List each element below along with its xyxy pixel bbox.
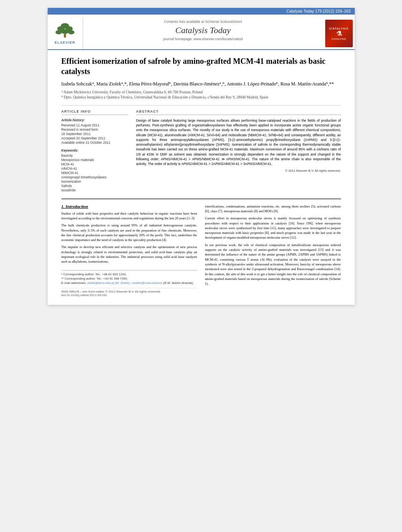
- received-revised-entry: Received in revised form: [61, 128, 128, 132]
- svg-rect-6: [64, 34, 66, 37]
- journal-title: Catalysis Today: [87, 25, 319, 35]
- svg-point-3: [56, 30, 62, 35]
- svg-point-5: [61, 29, 69, 34]
- article-title: Efficient isomerization of safrole by am…: [61, 56, 341, 76]
- email-2: rmartin@ccia.uned.es: [132, 281, 162, 285]
- keywords-label: Keywords:: [61, 148, 128, 152]
- authors-list: Izabela Sobczakᵃ, Maria Ziolekᵃ,*, Elena…: [61, 80, 341, 87]
- journal-center-section: Contents lists available at SciVerse Sci…: [83, 18, 323, 49]
- accepted-entry: Accepted 20 September 2011: [61, 136, 128, 140]
- header-divider: [61, 105, 341, 106]
- keyword-5: NbMCM-41: [61, 171, 128, 175]
- keyword-7: Isomerization: [61, 180, 128, 184]
- affiliations: ᵃ Adam Mickiewicz University, Faculty of…: [61, 90, 341, 100]
- elsevier-tree-icon: [53, 22, 77, 38]
- svg-point-4: [68, 30, 74, 35]
- badge-main-icon: ⚗: [336, 31, 342, 37]
- footnote-corresponding-1: * Corresponding author. Tel.: +48 61 829…: [61, 272, 197, 276]
- body-right-para-2: Current effort in mesoporous molecular s…: [205, 216, 341, 240]
- catalysis-badge-section: iCATALYSIS ⚗ CATALYSIS: [323, 18, 355, 49]
- keyword-1: Basicity: [61, 154, 128, 158]
- revised-date-entry: 18 September 2011: [61, 132, 128, 136]
- article-history: Article history: Received 11 August 2011…: [61, 118, 128, 145]
- keyword-6: Aminopropyl trimethoxysilanes: [61, 175, 128, 179]
- info-abstract-section: ARTICLE INFO Article history: Received 1…: [61, 109, 341, 193]
- keyword-2: Mesoporous materials: [61, 158, 128, 162]
- elsevier-logo-section: ELSEVIER: [48, 18, 83, 49]
- article-info-header: ARTICLE INFO: [61, 109, 128, 115]
- received-entry: Received 11 August 2011: [61, 123, 128, 127]
- available-entry: Available online 21 October 2011: [61, 141, 128, 145]
- footer-section: 0920-5861/$ – see front matter © 2011 El…: [61, 288, 197, 297]
- badge-top-text: iCATALYSIS: [329, 27, 349, 30]
- email-3: (R.M. Martín-Aranda).: [163, 281, 194, 285]
- article-content: Efficient isomerization of safrole by am…: [48, 50, 355, 305]
- abstract-header: ABSTRACT: [136, 109, 341, 115]
- keyword-9: Isosafrole: [61, 188, 128, 192]
- copyright-notice: © 2011 Elsevier B.V. All rights reserved…: [136, 169, 341, 172]
- keyword-8: Safrole: [61, 184, 128, 188]
- affiliation-b: ᵇ Dpto. Química Inorgánica y Química Téc…: [61, 95, 341, 100]
- body-section: 1. Introduction Studies of solids with b…: [61, 204, 341, 297]
- keyword-4: AlMCM-41: [61, 167, 128, 171]
- body-divider: [61, 198, 341, 199]
- authors-text: Izabela Sobczakᵃ, Maria Ziolekᵃ,*, Elena…: [61, 81, 334, 87]
- footnote-emails: E-mail addresses: ziolek@amu.edu.pl (M. …: [61, 281, 197, 285]
- article-info-column: ARTICLE INFO Article history: Received 1…: [61, 109, 128, 193]
- journal-homepage: journal homepage: www.elsevier.com/locat…: [87, 37, 319, 41]
- intro-para-3: The impulse to develop new efficient and…: [61, 245, 197, 264]
- email-label: E-mail addresses:: [61, 281, 87, 285]
- footnotes-section: * Corresponding author. Tel.: +48 61 829…: [61, 270, 197, 285]
- sciverse-text: Contents lists available at SciVerse Sci…: [87, 20, 319, 24]
- journal-page: Catalysis Today 179 (2012) 159–163 ELSEV…: [48, 8, 355, 305]
- affiliation-a: ᵃ Adam Mickiewicz University, Faculty of…: [61, 90, 341, 95]
- abstract-text: Design of base catalyst featuring large …: [136, 118, 341, 167]
- keywords-section: Keywords: Basicity Mesoporous materials …: [61, 148, 128, 192]
- keyword-3: MCM-41: [61, 162, 128, 166]
- body-right-para-1: esterifications, condensations, aminatio…: [205, 204, 341, 214]
- history-label: Article history:: [61, 118, 128, 122]
- catalysis-journal-badge: iCATALYSIS ⚗ CATALYSIS: [325, 20, 353, 47]
- introduction-title: 1. Introduction: [61, 204, 197, 209]
- intro-para-1: Studies of solids with base properties a…: [61, 211, 197, 221]
- abstract-column: ABSTRACT Design of base catalyst featuri…: [136, 109, 341, 193]
- badge-sub-text: CATALYSIS: [332, 38, 346, 40]
- footnote-corresponding-2: ** Corresponding author. Tel.: +34 91 39…: [61, 277, 197, 280]
- journal-header: ELSEVIER Contents lists available at Sci…: [48, 15, 355, 50]
- intro-para-2: The bulk chemicals production is using a…: [61, 223, 197, 242]
- elsevier-label: ELSEVIER: [53, 41, 77, 44]
- body-right-para-3: In our previous work, the role of chemic…: [205, 243, 341, 286]
- body-left-column: 1. Introduction Studies of solids with b…: [61, 204, 197, 297]
- footer-issn: 0920-5861/$ – see front matter © 2011 El…: [61, 290, 197, 293]
- journal-reference: Catalysis Today 179 (2012) 159–163: [287, 9, 351, 13]
- footer-doi: doi:10.1016/j.cattod.2011.09.031: [61, 293, 197, 297]
- email-1: ziolek@amu.edu.pl (M. Ziolek),: [87, 281, 131, 285]
- body-right-column: esterifications, condensations, aminatio…: [205, 204, 341, 297]
- journal-ref-bar: Catalysis Today 179 (2012) 159–163: [48, 8, 355, 15]
